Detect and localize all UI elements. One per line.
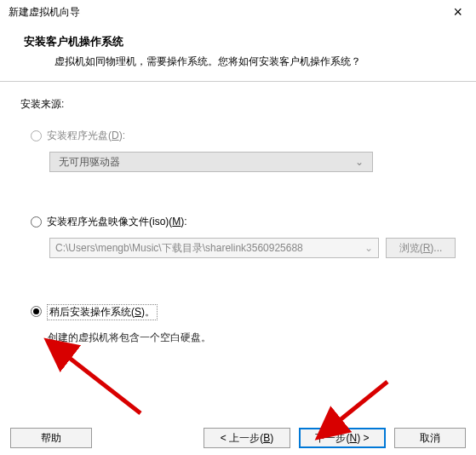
chevron-down-icon: ⌄ <box>355 156 364 168</box>
svg-line-1 <box>64 354 141 413</box>
chevron-down-icon: ⌄ <box>361 242 373 254</box>
option-installer-disc: 安装程序光盘(D): <box>31 129 456 143</box>
source-label: 安装来源: <box>20 97 456 112</box>
option-install-later[interactable]: 稍后安装操作系统(S)。 <box>31 304 456 320</box>
wizard-body: 安装来源: 安装程序光盘(D): 无可用驱动器 ⌄ 安装程序光盘映像文件(iso… <box>0 82 476 354</box>
drive-select: 无可用驱动器 ⌄ <box>49 152 373 172</box>
iso-path-input: C:\Users\mengb\Music\下载目录\sharelink35609… <box>49 238 379 258</box>
footer: 帮助 < 上一步(B) 下一步(N) > 取消 <box>0 428 476 448</box>
cancel-button[interactable]: 取消 <box>394 428 466 448</box>
radio-installer-disc <box>31 130 42 141</box>
iso-path-value: C:\Users\mengb\Music\下载目录\sharelink35609… <box>55 241 303 256</box>
option-iso[interactable]: 安装程序光盘映像文件(iso)(M): <box>31 215 456 229</box>
help-button[interactable]: 帮助 <box>10 428 92 448</box>
window-title: 新建虚拟机向导 <box>9 5 80 20</box>
install-later-hint: 创建的虚拟机将包含一个空白硬盘。 <box>48 331 456 345</box>
radio-iso[interactable] <box>31 216 42 228</box>
svg-line-3 <box>335 382 387 424</box>
drive-select-value: 无可用驱动器 <box>59 155 120 170</box>
titlebar: 新建虚拟机向导 × <box>0 0 476 24</box>
browse-button: 浏览(R)... <box>386 238 456 258</box>
wizard-header: 安装客户机操作系统 虚拟机如同物理机，需要操作系统。您将如何安装客户机操作系统？ <box>0 24 476 81</box>
next-button[interactable]: 下一步(N) > <box>299 428 386 448</box>
iso-row: C:\Users\mengb\Music\下载目录\sharelink35609… <box>49 238 456 258</box>
annotation-arrow <box>55 345 158 424</box>
option-install-later-label: 稍后安装操作系统(S)。 <box>47 304 158 320</box>
close-icon[interactable]: × <box>446 4 469 20</box>
page-description: 虚拟机如同物理机，需要操作系统。您将如何安装客户机操作系统？ <box>54 55 461 69</box>
back-button[interactable]: < 上一步(B) <box>204 428 290 448</box>
option-iso-label: 安装程序光盘映像文件(iso)(M): <box>47 215 187 229</box>
radio-install-later[interactable] <box>31 306 42 317</box>
page-title: 安装客户机操作系统 <box>24 34 461 49</box>
option-installer-disc-label: 安装程序光盘(D): <box>47 129 125 143</box>
